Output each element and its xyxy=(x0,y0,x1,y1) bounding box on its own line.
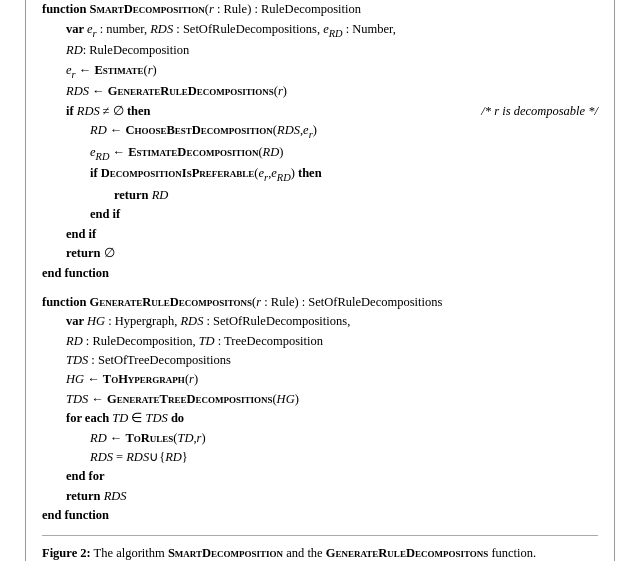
algorithm-2: function GenerateRuleDecompositons(r : R… xyxy=(42,293,598,526)
line-hg-assign: HG ← ToHypergraph(r) xyxy=(66,370,598,389)
line-erd-assign: eRD ← EstimateDecomposition(RD) xyxy=(90,143,598,165)
caption-label: Figure 2: xyxy=(42,546,91,560)
line-func2-header: function GenerateRuleDecompositons(r : R… xyxy=(42,293,598,312)
line-er-assign: er ← Estimate(r) xyxy=(66,61,598,83)
line-var1: var er : number, RDS : SetOfRuleDecompos… xyxy=(66,20,598,42)
line-func1-header: function SmartDecomposition(r : Rule) : … xyxy=(42,0,598,19)
line-rds-assign: RDS ← GenerateRuleDecompositions(r) xyxy=(66,82,598,101)
figure-caption: Figure 2: The algorithm SmartDecompositi… xyxy=(42,544,598,561)
line-return-empty: return ∅ xyxy=(66,244,598,263)
line-var4: RD : RuleDecomposition, TD : TreeDecompo… xyxy=(66,332,598,351)
line-rd-assign2: RD ← ToRules(TD,r) xyxy=(90,429,598,448)
line-var5: TDS : SetOfTreeDecompositions xyxy=(66,351,598,370)
line-return-rd: return RD xyxy=(114,186,598,205)
caption-divider xyxy=(42,535,598,536)
line-tds-assign: TDS ← GenerateTreeDecompositions(HG) xyxy=(66,390,598,409)
line-end-func1: end function xyxy=(42,264,598,283)
line-var2: RD: RuleDecomposition xyxy=(66,41,598,60)
line-foreach: for each TD ∈ TDS do xyxy=(66,409,598,428)
line-endfor: end for xyxy=(66,467,598,486)
line-if-decomp: if DecompositionIsPreferable(er,eRD) the… xyxy=(90,164,598,186)
line-if-rds: if RDS ≠ ∅ then /* r is decomposable */ xyxy=(66,102,598,121)
figure-box: function SmartDecomposition(r : Rule) : … xyxy=(25,0,615,561)
algorithm-1: function SmartDecomposition(r : Rule) : … xyxy=(42,0,598,283)
line-end-func2: end function xyxy=(42,506,598,525)
line-var3: var HG : Hypergraph, RDS : SetOfRuleDeco… xyxy=(66,312,598,331)
line-rds-update: RDS = RDS∪{RD} xyxy=(90,448,598,467)
line-rd-assign: RD ← ChooseBestDecomposition(RDS,er) xyxy=(90,121,598,143)
line-return-rds: return RDS xyxy=(66,487,598,506)
line-endif-inner: end if xyxy=(90,205,598,224)
line-endif-outer: end if xyxy=(66,225,598,244)
caption-text: The algorithm SmartDecomposition and the… xyxy=(91,546,536,560)
